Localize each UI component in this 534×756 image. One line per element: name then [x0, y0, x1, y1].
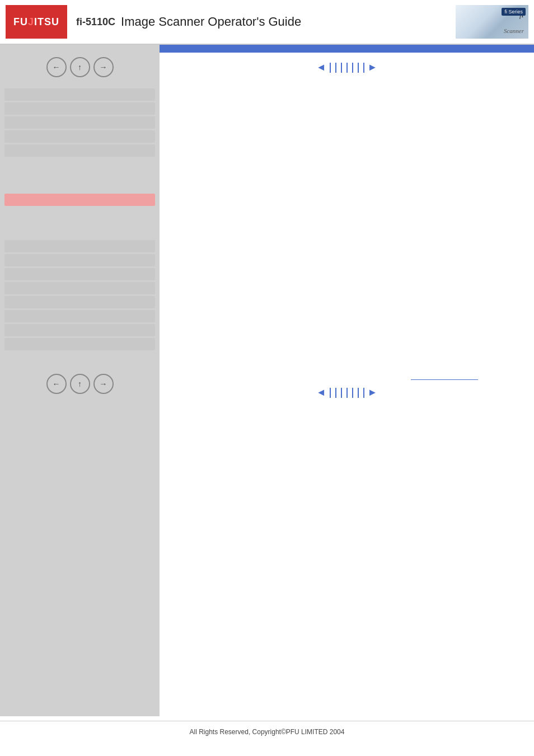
- page-title: Image Scanner Operator's Guide: [121, 15, 301, 29]
- logo-text: FUJITSU: [13, 16, 59, 28]
- nav-buttons-bottom: ← ↑ →: [4, 367, 155, 401]
- sidebar-item-13[interactable]: [4, 338, 155, 350]
- sidebar-item-4[interactable]: [4, 130, 155, 143]
- nav-tick-b5: [352, 388, 353, 398]
- prev-arrow-bottom[interactable]: ◄: [316, 387, 326, 398]
- sidebar-item-highlighted[interactable]: [4, 194, 155, 206]
- nav-tick-b2: [335, 388, 336, 398]
- sidebar-item-3[interactable]: [4, 116, 155, 129]
- sidebar-item-7[interactable]: [4, 254, 155, 266]
- sidebar-item-2[interactable]: [4, 102, 155, 115]
- fujitsu-logo: FUJITSU: [6, 5, 67, 39]
- fi-series-logo-container: fi fi Series Scanner: [456, 5, 528, 39]
- next-arrow-bottom[interactable]: ►: [368, 387, 378, 398]
- sidebar-items-top: [4, 88, 155, 157]
- nav-tick-5: [352, 63, 353, 73]
- nav-buttons-top: ← ↑ →: [4, 50, 155, 84]
- sidebar-spacer-3: [4, 208, 155, 236]
- nav-tick-7: [363, 63, 364, 73]
- sidebar-item-8[interactable]: [4, 268, 155, 280]
- content-link[interactable]: [411, 372, 478, 380]
- content-nav-bottom: ◄ ►: [182, 382, 512, 403]
- page-footer: All Rights Reserved, Copyright©PFU LIMIT…: [0, 721, 534, 743]
- up-icon: ↑: [78, 63, 82, 72]
- sidebar-spacer-2: [4, 175, 155, 192]
- nav-tick-b4: [346, 388, 348, 398]
- sidebar-items-bottom: [4, 240, 155, 350]
- up-icon-bottom: ↑: [78, 379, 82, 388]
- sidebar-item-10[interactable]: [4, 296, 155, 308]
- forward-icon-bottom: →: [100, 379, 107, 388]
- nav-tick-b1: [330, 388, 331, 398]
- back-icon-bottom: ←: [53, 379, 60, 388]
- sidebar-item-11[interactable]: [4, 310, 155, 322]
- content-body: [160, 80, 534, 360]
- sidebar-item-9[interactable]: [4, 282, 155, 294]
- sidebar-item-12[interactable]: [4, 324, 155, 336]
- up-button[interactable]: ↑: [70, 57, 90, 77]
- back-button-bottom[interactable]: ←: [46, 374, 67, 394]
- content-nav-top: ◄ ►: [160, 55, 534, 80]
- sidebar-item-5[interactable]: [4, 144, 155, 157]
- copyright-text: All Rights Reserved, Copyright©PFU LIMIT…: [190, 728, 345, 736]
- back-button[interactable]: ←: [46, 57, 67, 77]
- model-label: fi-5110C: [76, 16, 115, 28]
- fi-series-logo: fi fi Series Scanner: [456, 5, 528, 39]
- back-icon: ←: [53, 63, 60, 72]
- sidebar-footer-spacer: [4, 401, 155, 417]
- prev-arrow-top[interactable]: ◄: [316, 62, 326, 73]
- next-arrow-top[interactable]: ►: [368, 62, 378, 73]
- nav-tick-3: [341, 63, 342, 73]
- fi-series-badge: fi Series: [502, 8, 526, 16]
- nav-tick-4: [346, 63, 348, 73]
- sidebar-item-6[interactable]: [4, 240, 155, 252]
- sidebar-spacer-1: [4, 158, 155, 175]
- page-header: FUJITSU fi-5110C Image Scanner Operator'…: [0, 0, 534, 45]
- content-bottom: ◄ ►: [160, 360, 534, 414]
- fi-series-sub: Scanner: [504, 27, 524, 34]
- nav-tick-2: [335, 63, 336, 73]
- sidebar: ← ↑ →: [0, 45, 160, 716]
- up-button-bottom[interactable]: ↑: [70, 374, 90, 394]
- content-area: ◄ ► ◄: [160, 45, 534, 716]
- main-container: ← ↑ →: [0, 45, 534, 716]
- nav-tick-b3: [341, 388, 342, 398]
- nav-tick-b7: [363, 388, 364, 398]
- nav-tick-1: [330, 63, 331, 73]
- forward-button[interactable]: →: [93, 57, 114, 77]
- forward-icon: →: [100, 63, 107, 72]
- nav-tick-b6: [358, 388, 359, 398]
- forward-button-bottom[interactable]: →: [93, 374, 114, 394]
- sidebar-item-1[interactable]: [4, 88, 155, 101]
- nav-tick-6: [358, 63, 359, 73]
- progress-bar[interactable]: [160, 45, 534, 53]
